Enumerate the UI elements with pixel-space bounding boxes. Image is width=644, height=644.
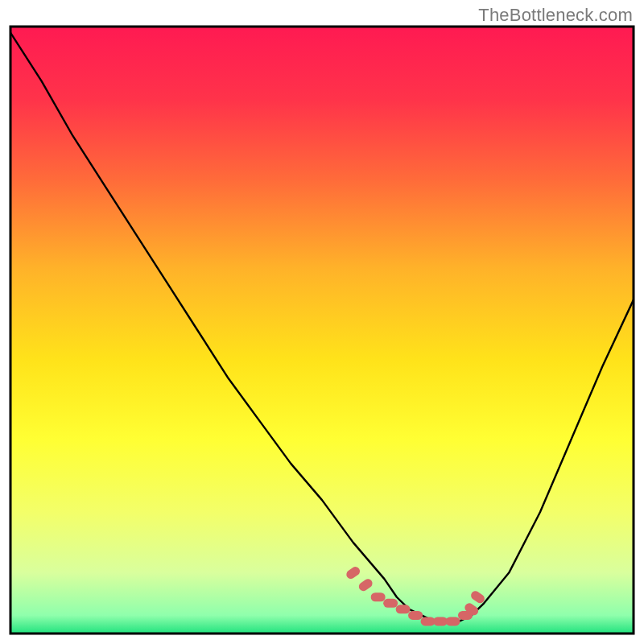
optimal-marker [408, 611, 423, 620]
optimal-marker [446, 617, 460, 625]
chart-container: TheBottleneck.com [0, 0, 644, 644]
optimal-marker [383, 599, 398, 608]
plot-stage [8, 24, 636, 636]
optimal-marker [433, 617, 448, 625]
optimal-marker [421, 617, 436, 625]
optimal-marker [396, 605, 411, 613]
bottleneck-chart [8, 24, 636, 636]
heat-gradient-background [10, 27, 634, 634]
watermark-text: TheBottleneck.com [478, 5, 633, 26]
optimal-marker [371, 592, 386, 601]
